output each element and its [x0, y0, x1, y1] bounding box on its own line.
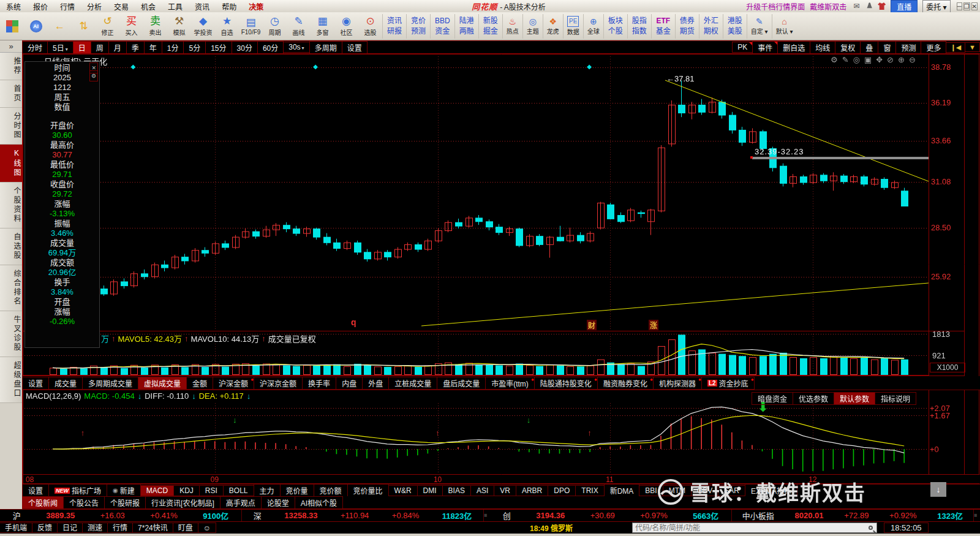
bell-icon[interactable] [866, 2, 873, 10]
mail-icon[interactable]: ✉ [851, 2, 861, 10]
splitter-grip[interactable]: ≡ [484, 513, 490, 518]
menu-帮助[interactable]: 帮助 [216, 1, 243, 12]
macd-button-默认参数[interactable]: 默认参数 [834, 392, 875, 405]
indicator-tab-竞价量[interactable]: 竞价量 [280, 484, 314, 497]
period-60分[interactable]: 60分 [257, 41, 284, 54]
period-15分[interactable]: 15分 [205, 41, 232, 54]
period-分时[interactable]: 分时 [22, 41, 48, 54]
indicator-tab-RSI[interactable]: RSI [199, 485, 224, 496]
toolbar-button-基金[interactable]: 基金 [656, 27, 671, 36]
hand-icon[interactable]: ✥ [876, 55, 883, 64]
splitter-grip[interactable]: ≡ [974, 513, 980, 518]
vol-tab-金额[interactable]: 金额 [186, 377, 213, 390]
toolbar-col-板块[interactable]: 板块个股 [603, 14, 627, 39]
stock-pick-icon[interactable]: ⊙选股 [358, 13, 382, 40]
toolbar-button-资讯[interactable]: 资讯 [387, 17, 402, 25]
menu-报价[interactable]: 报价 [27, 1, 54, 12]
toolbar-button-港股[interactable]: 港股 [728, 17, 742, 25]
indicator-tab-竞价额[interactable]: 竞价额 [314, 484, 348, 497]
sidebar-tab-K线图[interactable]: K线图 [0, 145, 22, 183]
toolbar-button-板块[interactable]: 板块 [608, 17, 623, 25]
upgrade-link[interactable]: 升级千档行情界面 [746, 1, 805, 12]
download-icon[interactable]: ↓ [930, 482, 946, 497]
restore-button[interactable]: ❐ [963, 2, 970, 10]
vol-tab-立桩成交量[interactable]: 立桩成交量 [388, 377, 437, 390]
period-月[interactable]: 月 [108, 41, 127, 54]
period-5分[interactable]: 5分 [183, 41, 206, 54]
gear-icon[interactable]: ⚙ [89, 70, 98, 81]
simulate-icon[interactable]: ⚒模拟 [167, 13, 191, 40]
toolbar-button-研报[interactable]: 研报 [387, 27, 402, 36]
collapse-icon[interactable]: » [0, 40, 22, 53]
minimize-button[interactable]: ─ [957, 2, 962, 10]
ai-assistant-icon[interactable]: AI [24, 13, 48, 40]
sell-icon[interactable]: 卖卖出 [143, 13, 167, 40]
toolbar-button-预测[interactable]: 预测 [411, 27, 426, 36]
vol-tab-融资融券变化[interactable]: 融资融券变化● [597, 377, 654, 390]
chart-action-PK[interactable]: PK [732, 42, 753, 53]
zoom-out-icon[interactable]: ⊖ [909, 55, 916, 64]
back-arrow-icon[interactable]: ← [48, 13, 72, 40]
period-icon[interactable]: ◷周期 [263, 13, 287, 40]
toolbar-button-外汇[interactable]: 外汇 [704, 17, 718, 25]
news-tab-个股新闻[interactable]: 个股新闻 [22, 496, 64, 509]
toolbar-col-陆港[interactable]: 陆港两融 [454, 14, 478, 39]
f10-icon[interactable]: ▤F10/F9 [239, 13, 263, 40]
toolbar-col-债券[interactable]: 债券期货 [675, 14, 699, 39]
macd-button-暗盘资金[interactable]: 暗盘资金 [752, 392, 793, 405]
skin-icon[interactable] [878, 2, 886, 10]
statusbar-盯盘[interactable]: 盯盘 [173, 523, 198, 533]
user-link[interactable]: 戴维斯双击 [810, 1, 846, 12]
menu-行情[interactable]: 行情 [54, 1, 81, 12]
index-沪[interactable]: 沪3889.35+16.03+0.41%9100亿 [0, 510, 242, 521]
sidebar-tab-分时图[interactable]: 分时图 [0, 108, 22, 145]
eye-icon[interactable]: ◎ [853, 55, 860, 64]
menu-资讯[interactable]: 资讯 [189, 1, 216, 12]
toolbar-col-外汇[interactable]: 外汇期权 [699, 14, 723, 39]
sidebar-tab-超级盘口[interactable]: 超级盘口 [0, 357, 22, 403]
indicator-tab-MACD[interactable]: MACD [140, 485, 174, 496]
indicator-tab-KDJ[interactable]: KDJ [173, 485, 200, 496]
period-5日[interactable]: 5日▾ [47, 41, 74, 54]
sidebar-tab-个股资料[interactable]: 个股资料 [0, 183, 22, 228]
toolbar-button-个股[interactable]: 个股 [608, 27, 623, 36]
monitor-icon[interactable]: ☺ [198, 523, 216, 533]
statusbar-手机端[interactable]: 手机端 [0, 523, 32, 533]
search-icon[interactable] [869, 526, 873, 530]
period-1分[interactable]: 1分 [162, 41, 184, 54]
indicator-tab-ARBR[interactable]: ARBR [516, 485, 548, 496]
toolbar-主题[interactable]: ◎主题 [522, 14, 543, 39]
vol-tab-换手率[interactable]: 换手率 [302, 377, 336, 390]
vol-tab-多周期成交量[interactable]: 多周期成交量 [82, 377, 138, 390]
toolbar-col-BBD[interactable]: BBD资金 [430, 14, 454, 39]
search-input[interactable] [633, 524, 869, 532]
toolbar-button-股指[interactable]: 股指 [632, 17, 647, 25]
draw-line-icon[interactable]: ✎画线 [287, 13, 311, 40]
vol-tab-设置[interactable]: 设置 [22, 377, 49, 390]
chart-action-窗[interactable]: 窗 [878, 41, 896, 54]
indicator-tab-W&R[interactable]: W&R [388, 485, 418, 496]
toolbar-button-陆港[interactable]: 陆港 [459, 17, 474, 25]
toolbox-icon[interactable]: ▣ [864, 55, 872, 64]
news-tab-个股公告[interactable]: 个股公告 [63, 496, 105, 509]
lock-icon[interactable]: ⊘ [887, 55, 894, 64]
vol-tab-盘后成交量[interactable]: 盘后成交量 [437, 377, 486, 390]
indicator-tab-主力[interactable]: 主力 [254, 484, 281, 497]
toolbar-button-ETF[interactable]: ETF [656, 17, 671, 25]
sidebar-tab-综合排名[interactable]: 综合排名 [0, 265, 22, 311]
period-设置[interactable]: 设置 [342, 41, 368, 54]
toolbar-龙虎[interactable]: ❖龙虎 [543, 14, 563, 39]
pencil-icon[interactable]: ✎ [842, 55, 849, 64]
index-深[interactable]: 深13258.33+110.94+0.84%11823亿 [242, 510, 484, 521]
indicator-tab-指标广场[interactable]: NEW指标广场 [48, 484, 107, 497]
indicator-tab-DPO[interactable]: DPO [548, 485, 576, 496]
toolbar-button-BBD[interactable]: BBD [435, 17, 450, 25]
menu-决策[interactable]: 决策 [243, 1, 270, 12]
indicator-tab-BOLL[interactable]: BOLL [223, 485, 254, 496]
news-ticker[interactable]: 18:49 俄罗斯 [530, 523, 573, 533]
app-grid-icon[interactable] [0, 13, 24, 40]
entrust-button[interactable]: 委托 ▾ [922, 0, 950, 13]
vol-tab-机构探测器[interactable]: 机构探测器● [653, 377, 702, 390]
statusbar-7*24快讯[interactable]: 7*24快讯 [132, 523, 173, 533]
toolbar-button-指数[interactable]: 指数 [632, 27, 647, 36]
